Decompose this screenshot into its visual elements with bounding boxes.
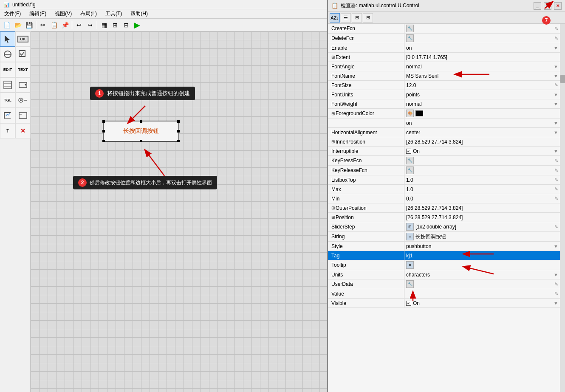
prop-value-value[interactable]: ✎ (404, 289, 560, 298)
resize-mr[interactable] (177, 130, 180, 133)
inspector-scrollbar[interactable] (560, 24, 565, 392)
deletefcn-edit[interactable]: ✎ (554, 36, 558, 41)
inspector-close-btn[interactable]: ✕ (554, 2, 562, 10)
value-edit[interactable]: ✎ (554, 291, 558, 296)
interruptible-dropdown[interactable]: ▼ (554, 149, 558, 154)
prop-value-fontname[interactable]: MS Sans Serif ▼ (404, 71, 560, 80)
align-button[interactable]: ▦ (99, 20, 109, 30)
keypressfcn-icon[interactable]: 🔧 (406, 157, 414, 164)
insp-sort-alpha-btn[interactable]: AZ↓ (330, 13, 340, 23)
fontangle-dropdown[interactable]: ▼ (554, 64, 558, 69)
resize-br[interactable] (177, 140, 180, 142)
tool-edittext[interactable]: EDIT (0, 62, 15, 77)
scrollbar-thumb[interactable] (560, 75, 565, 83)
prop-value-fontweight[interactable]: normal ▼ (404, 99, 560, 108)
open-button[interactable]: 📂 (13, 20, 23, 30)
inspector-minimize-btn[interactable]: _ (534, 2, 541, 10)
tool-delete[interactable]: ✕ (15, 123, 31, 138)
insp-sort-cat-btn[interactable]: ☰ (341, 13, 351, 23)
units-dropdown[interactable]: ▼ (554, 272, 558, 277)
tool-radio[interactable] (15, 93, 31, 108)
cut-button[interactable]: ✂ (38, 20, 48, 30)
tool-select[interactable] (0, 31, 15, 47)
on1-dropdown[interactable]: ▼ (554, 121, 558, 126)
keyreleasefcn-icon[interactable]: 🔧 (406, 166, 414, 174)
prop-value-style[interactable]: pushbutton ▼ (404, 242, 560, 251)
tool-panel[interactable] (15, 108, 31, 123)
listboxtop-edit[interactable]: ✎ (554, 177, 558, 183)
run-button[interactable]: ▶ (132, 20, 142, 30)
prop-name-outerpos[interactable]: OuterPosition (328, 203, 404, 212)
insp-btn3[interactable]: ⊟ (352, 13, 362, 23)
visible-checkbox[interactable]: ✓ (406, 301, 411, 306)
userdata-icon[interactable]: 🔧 (406, 280, 414, 288)
prop-value-interruptible[interactable]: ✓ On ▼ (404, 147, 560, 155)
prop-name-extent[interactable]: Extent (328, 53, 404, 62)
style-dropdown[interactable]: ▼ (554, 244, 558, 249)
prop-value-tag[interactable]: kj1 (404, 251, 560, 260)
menu-view[interactable]: 视图(V) (52, 9, 74, 18)
tool-listbox[interactable] (0, 77, 15, 93)
save-button[interactable]: 💾 (24, 20, 34, 30)
prop-value-keypressfcn[interactable]: 🔧 ✎ (404, 156, 560, 165)
menu-edit[interactable]: 编辑(E) (27, 9, 49, 18)
resize-button[interactable]: ⊞ (110, 20, 120, 30)
interruptible-checkbox[interactable]: ✓ (406, 149, 411, 154)
tool-pushbutton[interactable]: OK (15, 31, 31, 47)
prop-value-fgcolor[interactable]: 🎨 (404, 109, 560, 118)
prop-value-visible[interactable]: ✓ On ▼ (404, 299, 560, 307)
prop-name-position[interactable]: Position (328, 213, 404, 222)
menu-file[interactable]: 文件(F) (2, 9, 23, 18)
tool-axes[interactable] (0, 108, 15, 123)
resize-tr[interactable] (177, 120, 180, 123)
fontweight-dropdown[interactable]: ▼ (554, 102, 558, 107)
tool-checkbox[interactable] (15, 47, 31, 62)
resize-bl[interactable] (102, 140, 105, 142)
prop-name-fgcolor[interactable]: ForegroundColor (328, 109, 404, 118)
prop-name-innerpos[interactable]: InnerPosition (328, 137, 404, 146)
halign-dropdown[interactable]: ▼ (554, 130, 558, 135)
userdata-edit[interactable]: ✎ (554, 282, 558, 287)
enable-dropdown[interactable]: ▼ (554, 45, 558, 51)
prop-value-string[interactable]: ≡ 长按回调按钮 (404, 232, 560, 241)
sliderstep-edit[interactable]: ✎ (554, 224, 558, 230)
keypressfcn-edit[interactable]: ✎ (554, 158, 558, 164)
fontunits-dropdown[interactable]: ▼ (554, 92, 558, 97)
resize-tl[interactable] (102, 120, 105, 123)
createfcn-icon[interactable]: 🔧 (406, 25, 414, 32)
prop-value-createfcn[interactable]: 🔧 ✎ (404, 24, 560, 33)
new-button[interactable]: 📄 (2, 20, 12, 30)
prop-value-fontangle[interactable]: normal ▼ (404, 62, 560, 71)
deletefcn-icon[interactable]: 🔧 (406, 34, 414, 42)
resize-tc[interactable] (140, 120, 142, 123)
prop-value-fontunits[interactable]: points ▼ (404, 90, 560, 99)
tooltip-icon[interactable]: ≡ (406, 261, 414, 269)
sliderstep-icon[interactable]: ⊞ (406, 223, 414, 231)
prop-value-listboxtop[interactable]: 1.0 ✎ (404, 175, 560, 184)
prop-value-sliderstep[interactable]: ⊞ [1x2 double array] ✎ (404, 222, 560, 231)
insp-btn4[interactable]: ⊞ (363, 13, 373, 23)
resize-bc[interactable] (140, 140, 142, 142)
prop-value-userdata[interactable]: 🔧 ✎ (404, 279, 560, 289)
max-edit[interactable]: ✎ (554, 186, 558, 192)
prop-value-tooltip[interactable]: ≡ (404, 260, 560, 270)
tool-statictext[interactable]: TEXT (15, 62, 31, 77)
prop-value-on1[interactable]: on ▼ (404, 118, 560, 127)
min-edit[interactable]: ✎ (554, 196, 558, 201)
string-icon[interactable]: ≡ (406, 233, 414, 240)
createfcn-edit[interactable]: ✎ (554, 26, 558, 31)
grid-button[interactable]: ⊟ (121, 20, 131, 30)
menu-help[interactable]: 帮助(H) (128, 9, 150, 18)
prop-value-fontsize[interactable]: 12.0 ✎ (404, 81, 560, 90)
visible-dropdown[interactable]: ▼ (554, 301, 558, 306)
fontsize-edit[interactable]: ✎ (554, 82, 558, 88)
copy-button[interactable]: 📋 (49, 20, 59, 30)
tool-text2[interactable]: T (0, 123, 15, 138)
fontname-dropdown[interactable]: ▼ (554, 73, 558, 79)
undo-button[interactable]: ↩ (74, 20, 84, 30)
keyreleasefcn-edit[interactable]: ✎ (554, 168, 558, 173)
menu-tools[interactable]: 工具(T) (103, 9, 124, 18)
prop-value-units[interactable]: characters ▼ (404, 270, 560, 279)
tool-popup[interactable] (15, 77, 31, 93)
tool-toggle[interactable]: TGL (0, 93, 15, 108)
